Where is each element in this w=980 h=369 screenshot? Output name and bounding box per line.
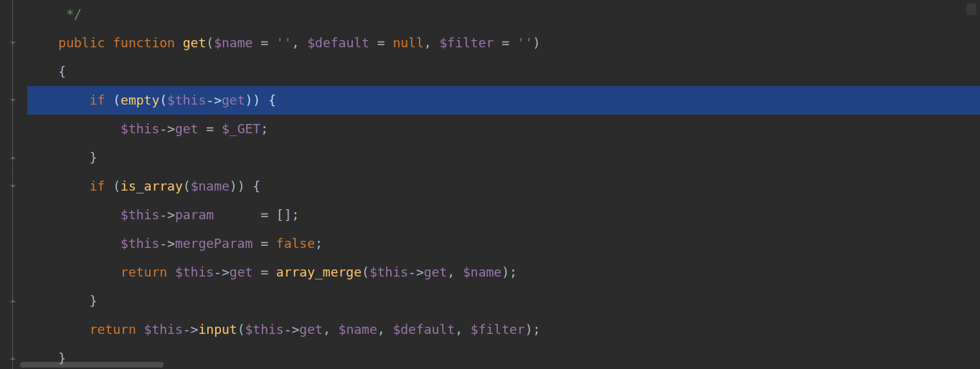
keyword-false: false [276, 236, 315, 251]
fold-icon[interactable] [9, 182, 17, 191]
right-gutter-marker [966, 4, 976, 15]
variable-this: $this [245, 322, 283, 337]
property: mergeParam [175, 236, 253, 251]
keyword-return: return [90, 322, 136, 337]
code-line[interactable]: $this->mergeParam = false; [27, 229, 980, 258]
string: '' [517, 35, 533, 50]
variable: $default [392, 322, 455, 337]
property: get [299, 322, 323, 337]
fold-icon[interactable] [9, 96, 17, 105]
variable-this: $this [121, 121, 159, 136]
code-line[interactable]: return $this->input($this->get, $name, $… [27, 315, 980, 344]
function-empty: empty [121, 92, 159, 107]
code-editor[interactable]: */ public function get($name = '', $defa… [0, 0, 980, 369]
variable-this: $this [144, 322, 183, 337]
variable-this: $this [167, 92, 206, 107]
code-line[interactable]: */ [27, 0, 980, 29]
variable: $name [463, 264, 501, 279]
brace: } [90, 150, 98, 165]
code-line[interactable]: return $this->get = array_merge($this->g… [27, 258, 980, 287]
code-line-highlighted[interactable]: if (empty($this->get)) { [27, 86, 980, 115]
property: param [175, 207, 214, 222]
string: '' [276, 35, 292, 50]
property: get [424, 264, 448, 279]
superglobal: $_GET [222, 121, 260, 136]
code-line[interactable]: $this->get = $_GET; [27, 115, 980, 143]
variable: $filter [439, 35, 494, 50]
property: get [222, 92, 245, 107]
method-input: input [198, 322, 237, 337]
fold-icon[interactable] [9, 297, 17, 305]
variable: $name [214, 35, 253, 50]
function-array-merge: array_merge [276, 264, 362, 279]
variable: $name [191, 178, 230, 193]
code-area[interactable]: */ public function get($name = '', $defa… [23, 0, 980, 369]
code-line[interactable]: } [27, 287, 980, 315]
keyword-if: if [90, 178, 105, 193]
code-line[interactable]: { [27, 57, 980, 86]
property: get [230, 264, 253, 279]
comment: */ [66, 6, 82, 21]
variable-this: $this [121, 236, 159, 251]
variable-this: $this [369, 264, 408, 279]
function-is-array: is_array [121, 178, 183, 193]
keyword-if: if [90, 92, 105, 107]
code-line[interactable]: if (is_array($name)) { [27, 172, 980, 201]
variable: $filter [471, 322, 525, 337]
keyword-public: public [58, 35, 105, 50]
brace: { [58, 64, 66, 79]
code-line[interactable]: $this->param = []; [27, 201, 980, 229]
keyword-function: function [113, 35, 175, 50]
brace: } [58, 350, 66, 365]
keyword-return: return [121, 264, 167, 279]
code-line[interactable]: } [27, 344, 980, 369]
variable-this: $this [121, 207, 159, 222]
variable-this: $this [175, 264, 214, 279]
variable: $name [339, 322, 377, 337]
code-line[interactable]: } [27, 143, 980, 172]
fold-icon[interactable] [9, 39, 17, 47]
gutter [0, 0, 23, 369]
property: get [175, 121, 199, 136]
function-name: get [183, 35, 207, 50]
keyword-null: null [392, 35, 423, 50]
variable: $default [307, 35, 369, 50]
brace: } [90, 293, 98, 308]
code-line[interactable]: public function get($name = '', $default… [27, 29, 980, 57]
fold-icon[interactable] [9, 354, 17, 363]
fold-icon[interactable] [9, 153, 17, 162]
